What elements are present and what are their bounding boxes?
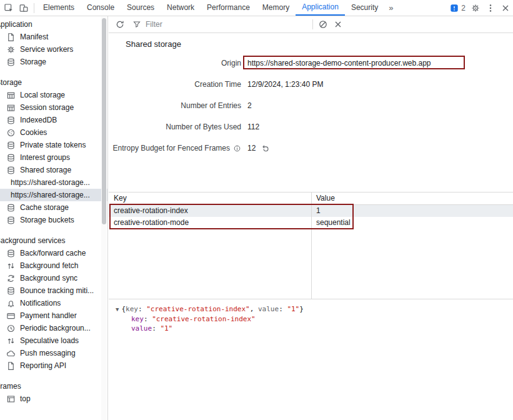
- payment-handler-icon: [6, 311, 16, 321]
- sidebar-item-label: Local storage: [20, 91, 65, 99]
- tab-elements[interactable]: Elements: [37, 0, 81, 16]
- service-workers-icon: [6, 45, 16, 54]
- sidebar-item-manifest[interactable]: Manifest: [0, 31, 107, 43]
- tab-console[interactable]: Console: [81, 0, 121, 16]
- sidebar-item-speculative-loads[interactable]: Speculative loads: [0, 334, 107, 347]
- shared-storage-toolbar: Filter: [109, 16, 513, 33]
- info-icon[interactable]: [233, 144, 241, 152]
- indexeddb-icon: [6, 116, 16, 125]
- sidebar-item-label: Payment handler: [20, 311, 77, 320]
- application-sidebar: Application Manifest Service workers Sto…: [0, 16, 108, 420]
- kebab-menu-icon[interactable]: [483, 1, 498, 16]
- issues-badge[interactable]: 2: [450, 4, 466, 12]
- sidebar-item-shared-storage[interactable]: Shared storage: [0, 164, 107, 176]
- sidebar-item-local-storage[interactable]: Local storage: [0, 89, 107, 101]
- sidebar-item-label: Background fetch: [20, 261, 78, 270]
- filter-placeholder: Filter: [146, 20, 162, 29]
- preview-summary-line: ▼{key: "creative-rotation-index", value:…: [109, 304, 513, 314]
- field-label: Entropy Budget for Fenced Frames: [109, 144, 241, 152]
- column-resize-handle[interactable]: [311, 192, 312, 299]
- sidebar-item-session-storage[interactable]: Session storage: [0, 101, 107, 114]
- sidebar-section-background-services: Background services Back/forward cache B…: [0, 234, 107, 372]
- sidebar-item-back-forward-cache[interactable]: Back/forward cache: [0, 247, 107, 259]
- sidebar-item-label: Push messaging: [20, 349, 76, 358]
- section-title-background-services: Background services: [0, 234, 107, 247]
- sidebar-item-cache-storage[interactable]: Cache storage: [0, 201, 107, 214]
- frame-icon: [6, 394, 16, 404]
- sidebar-item-label: Storage: [20, 58, 46, 66]
- tab-memory[interactable]: Memory: [256, 0, 296, 16]
- sidebar-item-label: https://shared-storage...: [11, 178, 90, 187]
- filter-input[interactable]: Filter: [132, 20, 310, 29]
- sidebar-item-periodic-background-sync[interactable]: Periodic backgroun...: [0, 322, 107, 334]
- sidebar-item-storage[interactable]: Storage: [0, 56, 107, 68]
- sidebar-item-service-workers[interactable]: Service workers: [0, 43, 107, 56]
- sidebar-item-background-sync[interactable]: Background sync: [0, 272, 107, 284]
- section-title-storage: Storage: [0, 76, 107, 89]
- delete-icon[interactable]: [331, 17, 346, 32]
- cell-key: creative-rotation-index: [109, 205, 311, 217]
- sidebar-item-shared-storage-origin-1[interactable]: https://shared-storage...: [0, 176, 107, 189]
- field-bytes-used: Number of Bytes Used 112: [109, 116, 513, 138]
- sidebar-item-cookies[interactable]: Cookies: [0, 126, 107, 139]
- entry-preview-pane: ▼{key: "creative-rotation-index", value:…: [109, 299, 513, 420]
- sidebar-item-bounce-tracking[interactable]: Bounce tracking miti...: [0, 284, 107, 297]
- section-title-frames: Frames: [0, 380, 107, 392]
- tab-application[interactable]: Application: [296, 0, 345, 16]
- sidebar-item-private-state-tokens[interactable]: Private state tokens: [0, 139, 107, 151]
- sidebar-item-label: Bounce tracking miti...: [20, 286, 94, 295]
- settings-gear-icon[interactable]: [468, 1, 483, 16]
- sidebar-item-label: Reporting API: [20, 361, 66, 370]
- back-forward-cache-icon: [6, 249, 16, 258]
- more-tabs-icon[interactable]: »: [384, 3, 397, 12]
- shared-storage-table: Key Value creative-rotation-index 1 crea…: [109, 192, 513, 299]
- sidebar-item-push-messaging[interactable]: Push messaging: [0, 347, 107, 359]
- tab-security[interactable]: Security: [345, 0, 384, 16]
- sidebar-item-label: Notifications: [20, 299, 61, 308]
- private-state-tokens-icon: [6, 141, 16, 150]
- sidebar-item-label: https://shared-storage...: [11, 191, 90, 199]
- expand-triangle-icon[interactable]: ▼: [116, 306, 119, 312]
- sidebar-item-shared-storage-origin-2[interactable]: https://shared-storage...: [0, 189, 107, 201]
- sidebar-item-storage-buckets[interactable]: Storage buckets: [0, 214, 107, 226]
- column-header-value[interactable]: Value: [311, 192, 513, 204]
- bytes-used-value: 112: [247, 122, 259, 131]
- sidebar-item-payment-handler[interactable]: Payment handler: [0, 309, 107, 322]
- clear-all-icon[interactable]: [316, 17, 331, 32]
- storage-buckets-icon: [6, 216, 16, 225]
- field-creation-time: Creation Time 12/9/2024, 1:23:40 PM: [109, 74, 513, 95]
- sidebar-scrollbar[interactable]: [101, 17, 107, 420]
- field-label: Origin: [109, 59, 241, 68]
- device-toolbar-icon[interactable]: [16, 1, 31, 16]
- devtools-tabbar: Elements Console Sources Network Perform…: [0, 0, 513, 16]
- issues-icon: [450, 4, 459, 12]
- devtools-window: Elements Console Sources Network Perform…: [0, 0, 513, 420]
- sidebar-scrollbar-thumb[interactable]: [102, 18, 106, 224]
- sidebar-item-background-fetch[interactable]: Background fetch: [0, 259, 107, 272]
- sidebar-section-storage: Storage Local storage Session storage In…: [0, 76, 107, 226]
- sidebar-item-reporting-api[interactable]: Reporting API: [0, 359, 107, 372]
- sidebar-item-label: Session storage: [20, 103, 74, 112]
- sidebar-item-top-frame[interactable]: top: [0, 392, 107, 405]
- cell-key: creative-rotation-mode: [109, 217, 311, 229]
- field-origin: Origin https://shared-storage-demo-conte…: [109, 52, 513, 74]
- column-header-key[interactable]: Key: [109, 192, 311, 204]
- tab-network[interactable]: Network: [161, 0, 201, 16]
- cookies-icon: [6, 128, 16, 138]
- reporting-api-icon: [6, 361, 16, 371]
- close-devtools-icon[interactable]: [498, 1, 513, 16]
- inspect-icon[interactable]: [1, 1, 16, 16]
- refresh-icon[interactable]: [112, 17, 127, 32]
- sidebar-item-interest-groups[interactable]: Interest groups: [0, 151, 107, 164]
- reset-budget-icon[interactable]: [261, 144, 270, 152]
- field-label: Number of Entries: [109, 101, 241, 110]
- sidebar-item-notifications[interactable]: Notifications: [0, 297, 107, 309]
- preview-property-line: key: "creative-rotation-index": [109, 314, 513, 324]
- tab-performance[interactable]: Performance: [201, 0, 256, 16]
- sidebar-item-indexeddb[interactable]: IndexedDB: [0, 114, 107, 126]
- toolbar-divider: [312, 19, 313, 29]
- filter-funnel-icon: [132, 20, 141, 29]
- field-label: Creation Time: [109, 80, 241, 89]
- local-storage-icon: [6, 91, 16, 100]
- tab-sources[interactable]: Sources: [121, 0, 161, 16]
